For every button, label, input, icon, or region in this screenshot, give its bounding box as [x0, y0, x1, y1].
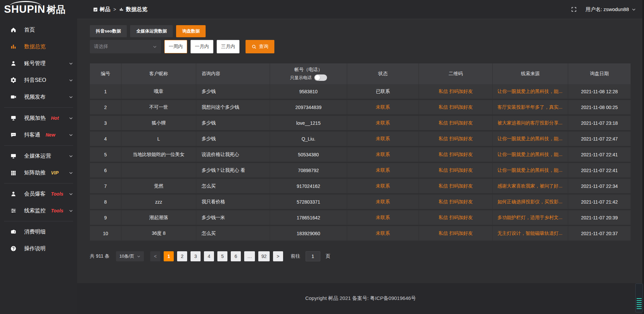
cell-source-link[interactable]: 让你一眼就爱上的黑科技，能... [493, 163, 568, 177]
page-button-4[interactable]: 4 [204, 251, 214, 261]
page-ellipsis-button[interactable]: … [244, 251, 255, 261]
sidebar-item-data-overview[interactable]: 数据总览 [0, 38, 77, 55]
cell-qrcode-link[interactable]: 私信 扫码加好友 [419, 116, 493, 130]
range-three-months-button[interactable]: 三月内 [217, 40, 239, 53]
chevron-down-icon [69, 192, 73, 196]
next-page-button[interactable]: > [273, 251, 283, 261]
sidebar-item-omni-media[interactable]: 全媒体运营 [0, 148, 77, 164]
cell-source-link[interactable]: 多功能护栏灯，适用于乡村文... [493, 210, 568, 225]
search-button-label: 查询 [259, 44, 268, 50]
tab-omni-media-data[interactable]: 全媒体运营数据 [130, 25, 173, 37]
sidebar-item-doukertong[interactable]: 抖客通 New [0, 126, 77, 143]
cell-qrcode-link[interactable]: 私信 扫码加好友 [419, 147, 493, 162]
page-button-5[interactable]: 5 [217, 251, 227, 261]
breadcrumb-home[interactable]: 树品 [93, 6, 110, 13]
phone-only-toggle[interactable] [314, 74, 327, 81]
user-menu[interactable]: 用户名: zswodun88 [586, 6, 636, 13]
sidebar-item-video-heat[interactable]: 视频加热 Hot [0, 110, 77, 126]
cell-qrcode-link[interactable]: 私信 扫码加好友 [419, 179, 493, 193]
page-button-92[interactable]: 92 [258, 251, 270, 261]
desktop-icon [10, 153, 17, 159]
cell-nickname: 哦章 [121, 84, 196, 99]
footer: Copyright 树品 2021 备案号: 粤ICP备09019646号 [77, 283, 644, 314]
goto-page-label: 前往 [291, 253, 300, 259]
table-row: 7 觉然 怎么买 917024162 未联系 私信 扫码加好友 感谢大家喜欢我家… [90, 179, 631, 195]
page-button-2[interactable]: 2 [177, 251, 187, 261]
table-row: 6 多少钱？让我死心 看 70898792 未联系 私信 扫码加好友 让你一眼就… [90, 163, 631, 179]
cell-status: 未联系 [347, 210, 419, 225]
sidebar-item-consumption-detail[interactable]: 消费明细 [0, 223, 77, 240]
account-header-label: 帐号（电话） [294, 67, 323, 73]
cell-account: 917024162 [270, 179, 347, 193]
sidebar-item-lead-monitor[interactable]: 线索监控 Tools [0, 202, 77, 219]
cell-qrcode-link[interactable]: 私信 扫码加好友 [419, 195, 493, 209]
cell-nickname: L [121, 132, 196, 146]
sidebar-item-matrix-boost[interactable]: 矩阵助推 VIP [0, 164, 77, 181]
cell-content: 我只看价格 [196, 195, 270, 209]
cell-source-link[interactable]: 感谢大家喜欢我家，被问了好... [493, 179, 568, 193]
page-button-3[interactable]: 3 [191, 251, 201, 261]
goto-page-input[interactable] [306, 251, 320, 261]
cell-date: 2021-11-07 22:41 [568, 147, 631, 162]
sidebar-item-label: 抖音SEO [24, 77, 46, 84]
sidebar-item-video-publish[interactable]: 视频发布 [0, 89, 77, 105]
goto-page-unit: 页 [326, 253, 330, 259]
sidebar-item-account-management[interactable]: 账号管理 [0, 55, 77, 72]
range-one-week-button[interactable]: 一周内 [164, 40, 187, 53]
prev-page-button[interactable]: < [150, 251, 160, 261]
cell-source-link[interactable]: 如何正确选择投影仪，买投影... [493, 195, 568, 209]
chevron-down-icon [69, 61, 73, 66]
cell-qrcode-link[interactable]: 私信 扫码加好友 [419, 210, 493, 225]
cell-content: 多少钱 [196, 84, 270, 99]
page-button-6[interactable]: 6 [231, 251, 241, 261]
tab-inquiry-data[interactable]: 询盘数据 [176, 25, 206, 37]
cell-account: 50534380 [270, 147, 347, 162]
sidebar-divider [4, 145, 73, 146]
sidebar-divider [4, 183, 73, 184]
cell-source-link[interactable]: 让你一眼就爱上的黑科技，能... [493, 84, 568, 99]
bar-chart-icon [119, 7, 124, 12]
cell-source-link[interactable]: 无主灯设计，智能磁吸轨道灯... [493, 226, 568, 241]
search-button[interactable]: 查询 [246, 40, 274, 53]
cell-date: 2021-11-07 23:18 [568, 116, 631, 130]
scrollbar-track[interactable] [642, 0, 644, 314]
wallet-icon [10, 228, 17, 235]
col-header-status: 状态 [347, 63, 419, 84]
cell-date: 2021-11-07 22:41 [568, 163, 631, 177]
col-header-qrcode: 二维码 [419, 63, 493, 84]
sidebar-item-home[interactable]: 首页 [0, 21, 77, 38]
username-label: 用户名: zswodun88 [586, 6, 629, 13]
cell-qrcode-link[interactable]: 私信 扫码加好友 [419, 226, 493, 241]
cell-source-link[interactable]: 让你一眼就爱上的黑科技，能... [493, 147, 568, 162]
logo: SHUPIN树品 [0, 0, 77, 20]
page-button-1[interactable]: 1 [164, 251, 174, 261]
page-size-select[interactable]: 10条/页 [116, 251, 144, 261]
chevron-down-icon [153, 45, 157, 49]
tab-douyin-seo-data[interactable]: 抖音seo数据 [90, 25, 127, 37]
cell-date: 2021-11-07 20:37 [568, 226, 631, 241]
cell-source-link[interactable]: 客厅安装投影半年多了，真实... [493, 100, 568, 114]
sidebar-nav: 首页 数据总览 账号管理 抖音SEO 视频发布 [0, 21, 77, 257]
sidebar-item-member-burst[interactable]: 会员爆客 Tools [0, 186, 77, 202]
cell-qrcode-link[interactable]: 私信 扫码加好友 [419, 132, 493, 146]
app-window: SHUPIN树品 首页 数据总览 账号管理 抖音SEO [0, 0, 644, 314]
account-select[interactable]: 请选择 [90, 40, 161, 53]
cell-account: 9583810 [270, 84, 347, 99]
cell-nickname: 觉然 [121, 179, 196, 193]
table-row: 4 L 多少钱 Q_Liu. 未联系 私信 扫码加好友 让你一眼就爱上的黑科技，… [90, 132, 631, 147]
sidebar-item-douyin-seo[interactable]: 抖音SEO [0, 72, 77, 89]
cell-qrcode-link[interactable]: 私信 扫码加好友 [419, 84, 493, 99]
corner-widget[interactable] [635, 283, 643, 312]
cell-nickname: 不可一世 [121, 100, 196, 114]
cell-source-link[interactable]: 让你一眼就爱上的黑科技，能... [493, 132, 568, 146]
fullscreen-icon[interactable] [571, 6, 577, 12]
sidebar-item-operation-guide[interactable]: 操作说明 [0, 240, 77, 257]
cell-id: 4 [90, 132, 121, 146]
cell-id: 10 [90, 226, 121, 241]
range-one-month-button[interactable]: 一月内 [191, 40, 213, 53]
breadcrumb-current[interactable]: 数据总览 [119, 6, 147, 13]
cell-source-link[interactable]: 被大家追着问的客厅投影分享... [493, 116, 568, 130]
cell-qrcode-link[interactable]: 私信 扫码加好友 [419, 163, 493, 177]
cell-status: 未联系 [347, 195, 419, 209]
cell-qrcode-link[interactable]: 私信 扫码加好友 [419, 100, 493, 114]
